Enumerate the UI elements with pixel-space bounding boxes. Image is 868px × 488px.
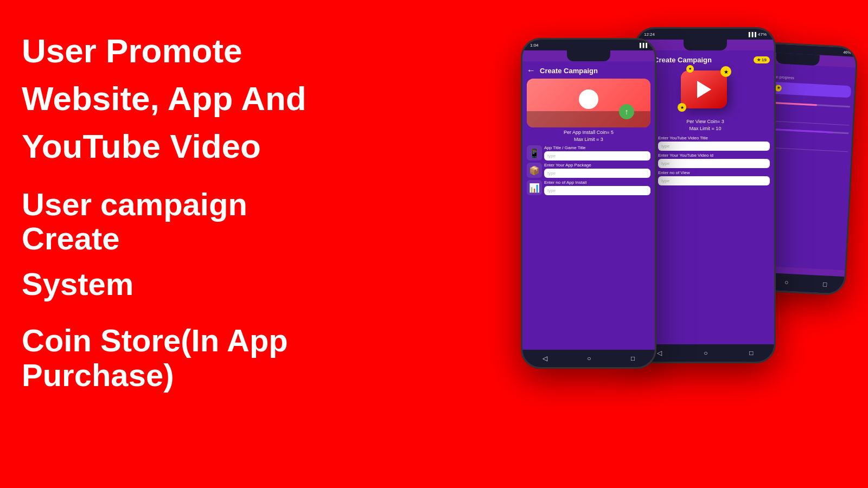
- mid-title: Create Campaign: [654, 56, 712, 64]
- field1-input-mid[interactable]: type: [658, 142, 770, 151]
- field-row-2: ▶️ Enter Your YouTube Video id type: [641, 153, 770, 168]
- field2-label-mid: Enter Your YouTube Video id: [658, 153, 770, 158]
- mid-phone-nav: ◁ ○ □: [636, 344, 774, 362]
- field3-label-mid: Enter no of View: [658, 170, 770, 175]
- front-title: Create Campaign: [540, 67, 598, 75]
- field3-input-mid[interactable]: type: [658, 176, 770, 185]
- front-field-icon-3: 📊: [527, 180, 542, 195]
- nav-square[interactable]: □: [822, 280, 827, 288]
- front-phone-nav: ◁ ○ □: [522, 350, 655, 367]
- front-field-content-3: Enter no of App Install type: [544, 180, 650, 195]
- coinstore-line1: Coin Store(In App: [22, 323, 347, 358]
- field-content-2: Enter Your YouTube Video id type: [658, 153, 770, 168]
- field2-placeholder-mid: type: [661, 161, 669, 166]
- tagline-line2: System: [22, 267, 347, 301]
- front-field3-input[interactable]: type: [544, 186, 650, 195]
- mid-phone-time: 12:24: [644, 32, 655, 37]
- front-field2-input[interactable]: type: [544, 169, 650, 178]
- front-field2-ph: type: [547, 171, 556, 176]
- field3-placeholder-mid: type: [661, 178, 669, 183]
- nav-square-front[interactable]: □: [631, 355, 635, 362]
- upload-placeholder-icon: [579, 89, 598, 109]
- field-row-3: 📊 Enter no of View type: [641, 170, 770, 185]
- back-phone-battery: 46%: [843, 50, 851, 54]
- front-field-content-2: Enter Your App Package type: [544, 163, 650, 178]
- field1-label-mid: Enter YouTube Video Title: [658, 136, 770, 140]
- nav-back-mid[interactable]: ◁: [657, 349, 662, 357]
- front-field3-ph: type: [547, 188, 556, 193]
- front-field-icon-2: 📦: [527, 163, 542, 178]
- video-area: ★ ★ ★: [641, 68, 770, 117]
- coinstore-line2: Purchase): [22, 358, 347, 393]
- front-coin-info1: Per App Install Coin= 5: [527, 130, 650, 135]
- nav-square-mid[interactable]: □: [749, 349, 753, 357]
- nav-home[interactable]: ○: [784, 279, 789, 286]
- front-field-row-3: 📊 Enter no of App Install type: [527, 180, 650, 195]
- headline-line1: User Promote: [22, 33, 347, 69]
- upload-area[interactable]: ↑: [527, 79, 650, 127]
- headline-line2: Website, App And: [22, 80, 347, 117]
- field1-placeholder-mid: type: [661, 144, 669, 149]
- front-back-arrow[interactable]: ←: [527, 66, 535, 75]
- front-field3-label: Enter no of App Install: [544, 180, 650, 185]
- coin-count: 19: [762, 57, 767, 62]
- nav-home-front[interactable]: ○: [587, 355, 591, 362]
- mid-coin-info2: Max Limit = 10: [641, 126, 770, 131]
- nav-back-front[interactable]: ◁: [542, 355, 547, 362]
- front-phone-time: 1:04: [530, 43, 539, 48]
- front-field-content-1: App Title / Game Title type: [544, 145, 650, 160]
- headline-line3: YouTube Video: [22, 128, 347, 165]
- field-content-3: Enter no of View type: [658, 170, 770, 185]
- field-row-1: 🎬 Enter YouTube Video Title type: [641, 136, 770, 151]
- coin-badge: ★ 19: [754, 56, 770, 63]
- tagline-line1: User campaign Create: [22, 187, 347, 256]
- nav-home-mid[interactable]: ○: [704, 349, 707, 357]
- front-field1-input[interactable]: type: [544, 151, 650, 160]
- front-field1-ph: type: [547, 153, 556, 158]
- front-field-row-2: 📦 Enter Your App Package type: [527, 163, 650, 178]
- mid-phone-battery: 47%: [758, 32, 767, 37]
- front-coin-info2: Max Limit = 3: [527, 137, 650, 142]
- front-field1-label: App Title / Game Title: [544, 145, 650, 150]
- mid-coin-info1: Per View Coin= 3: [641, 119, 770, 124]
- front-field-icon-1: 📱: [527, 145, 542, 160]
- coin-icon: ★: [775, 85, 782, 92]
- left-text-section: User Promote Website, App And YouTube Vi…: [22, 33, 347, 393]
- front-field-row-1: 📱 App Title / Game Title type: [527, 145, 650, 160]
- field-content-1: Enter YouTube Video Title type: [658, 136, 770, 151]
- phone-front: 1:04 ▐▐▐ ← Create Campaign ↑ Per App: [521, 38, 656, 369]
- phones-container: 1:04 46% ign our all App Campaign progre…: [353, 0, 868, 488]
- front-field2-label: Enter Your App Package: [544, 163, 650, 168]
- field2-input-mid[interactable]: type: [658, 159, 770, 168]
- upload-green-icon: ↑: [619, 104, 634, 119]
